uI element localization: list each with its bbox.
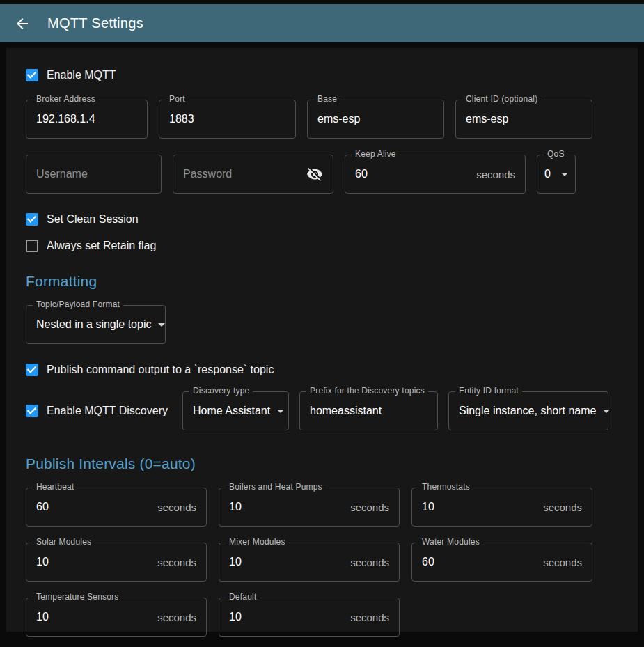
seconds-adornment: seconds bbox=[343, 556, 389, 568]
field-label: QoS bbox=[544, 149, 568, 159]
field-value: Home Assistant bbox=[193, 405, 270, 417]
boilers-interval-field[interactable]: Boilers and Heat Pumps 10 seconds bbox=[219, 488, 400, 527]
username-field[interactable]: Username bbox=[26, 155, 162, 194]
field-value: 60 bbox=[355, 168, 368, 180]
field-value: homeassistant bbox=[310, 405, 382, 417]
app-bar: MQTT Settings bbox=[0, 4, 644, 42]
checkbox-label: Always set Retain flag bbox=[47, 240, 156, 252]
port-field[interactable]: Port 1883 bbox=[159, 100, 296, 139]
publish-intervals-grid: Heartbeat 60 seconds Boilers and Heat Pu… bbox=[26, 488, 618, 637]
field-label: Port bbox=[166, 94, 189, 104]
field-label: Entity ID format bbox=[455, 386, 522, 396]
retain-flag-checkbox[interactable]: Always set Retain flag bbox=[26, 240, 618, 252]
field-value: 10 bbox=[229, 611, 242, 623]
field-label: Prefix for the Discovery topics bbox=[306, 386, 428, 396]
field-value: ems-esp bbox=[466, 113, 508, 125]
field-value: 10 bbox=[229, 556, 242, 568]
checkbox-label: Enable MQTT Discovery bbox=[47, 405, 168, 417]
checkbox-label: Publish command output to a `response` t… bbox=[47, 364, 274, 376]
seconds-adornment: seconds bbox=[343, 611, 389, 623]
field-label: Keep Alive bbox=[352, 149, 400, 159]
qos-select[interactable]: QoS 0 bbox=[537, 155, 576, 194]
checkbox-checked-icon bbox=[26, 69, 38, 81]
clean-session-checkbox[interactable]: Set Clean Session bbox=[26, 213, 618, 226]
heartbeat-interval-field[interactable]: Heartbeat 60 seconds bbox=[26, 488, 207, 527]
mixer-interval-field[interactable]: Mixer Modules 10 seconds bbox=[219, 543, 400, 582]
field-label: Client ID (optional) bbox=[462, 94, 541, 104]
field-placeholder: Password bbox=[183, 168, 232, 180]
keep-alive-field[interactable]: Keep Alive 60 seconds bbox=[345, 155, 526, 194]
checkbox-label: Set Clean Session bbox=[47, 213, 139, 226]
seconds-adornment: seconds bbox=[536, 501, 582, 513]
broker-address-field[interactable]: Broker Address 192.168.1.4 bbox=[26, 100, 148, 139]
field-value: ems-esp bbox=[317, 113, 360, 125]
field-value: 10 bbox=[229, 501, 242, 513]
field-label: Temperature Sensors bbox=[33, 592, 123, 602]
field-label: Thermostats bbox=[418, 482, 473, 492]
settings-form: Enable MQTT Broker Address 192.168.1.4 P… bbox=[6, 48, 638, 632]
field-label: Heartbeat bbox=[33, 482, 78, 492]
seconds-adornment: seconds bbox=[150, 501, 196, 513]
field-label: Default bbox=[226, 592, 260, 602]
checkbox-label: Enable MQTT bbox=[47, 69, 116, 81]
thermostats-interval-field[interactable]: Thermostats 10 seconds bbox=[411, 488, 592, 527]
password-field[interactable]: Password bbox=[173, 155, 333, 194]
field-label: Topic/Payload Format bbox=[33, 299, 123, 309]
checkbox-checked-icon bbox=[26, 364, 38, 376]
field-value: 10 bbox=[36, 556, 49, 568]
field-value: 1883 bbox=[169, 113, 194, 125]
mqtt-discovery-checkbox[interactable]: Enable MQTT Discovery bbox=[26, 405, 168, 417]
topic-format-select[interactable]: Topic/Payload Format Nested in a single … bbox=[26, 305, 166, 344]
solar-interval-field[interactable]: Solar Modules 10 seconds bbox=[26, 543, 207, 582]
dropdown-arrow-icon bbox=[603, 410, 610, 413]
publish-response-checkbox[interactable]: Publish command output to a `response` t… bbox=[26, 364, 618, 376]
field-value: 0 bbox=[544, 168, 551, 180]
field-value: 60 bbox=[422, 556, 434, 568]
visibility-off-icon[interactable] bbox=[306, 166, 323, 182]
field-label: Discovery type bbox=[189, 386, 253, 396]
seconds-adornment: seconds bbox=[150, 556, 196, 568]
default-interval-field[interactable]: Default 10 seconds bbox=[219, 598, 400, 637]
temperature-sensors-interval-field[interactable]: Temperature Sensors 10 seconds bbox=[26, 598, 207, 637]
discovery-prefix-field[interactable]: Prefix for the Discovery topics homeassi… bbox=[299, 391, 438, 430]
checkbox-checked-icon bbox=[26, 405, 38, 417]
water-interval-field[interactable]: Water Modules 60 seconds bbox=[411, 543, 592, 582]
field-value: 10 bbox=[36, 611, 49, 623]
field-label: Boilers and Heat Pumps bbox=[226, 482, 326, 492]
seconds-adornment: seconds bbox=[469, 169, 515, 180]
formatting-heading: Formatting bbox=[26, 273, 618, 290]
base-field[interactable]: Base ems-esp bbox=[307, 100, 444, 139]
discovery-type-select[interactable]: Discovery type Home Assistant bbox=[182, 391, 289, 430]
arrow-back-icon bbox=[14, 15, 31, 32]
field-value: Single instance, short name bbox=[459, 405, 596, 417]
field-value: Nested in a single topic bbox=[36, 318, 151, 331]
enable-mqtt-checkbox[interactable]: Enable MQTT bbox=[26, 69, 618, 81]
field-label: Base bbox=[314, 94, 340, 104]
field-value: 60 bbox=[36, 501, 49, 513]
entity-id-format-select[interactable]: Entity ID format Single instance, short … bbox=[448, 391, 608, 430]
client-id-field[interactable]: Client ID (optional) ems-esp bbox=[455, 100, 592, 139]
checkbox-checked-icon bbox=[26, 213, 38, 226]
field-value: 10 bbox=[422, 501, 434, 513]
dropdown-arrow-icon bbox=[561, 173, 568, 176]
checkbox-unchecked-icon bbox=[26, 240, 38, 252]
field-value: 192.168.1.4 bbox=[36, 113, 95, 125]
seconds-adornment: seconds bbox=[343, 501, 389, 513]
publish-intervals-heading: Publish Intervals (0=auto) bbox=[26, 455, 618, 472]
seconds-adornment: seconds bbox=[150, 611, 196, 623]
back-button[interactable] bbox=[14, 15, 31, 32]
dropdown-arrow-icon bbox=[277, 410, 284, 413]
field-placeholder: Username bbox=[36, 168, 88, 180]
field-label: Broker Address bbox=[33, 94, 99, 104]
seconds-adornment: seconds bbox=[536, 556, 582, 568]
field-label: Mixer Modules bbox=[226, 537, 289, 547]
field-label: Water Modules bbox=[418, 537, 483, 547]
field-label: Solar Modules bbox=[33, 537, 95, 547]
dropdown-arrow-icon bbox=[158, 323, 165, 327]
page-title: MQTT Settings bbox=[47, 15, 143, 31]
